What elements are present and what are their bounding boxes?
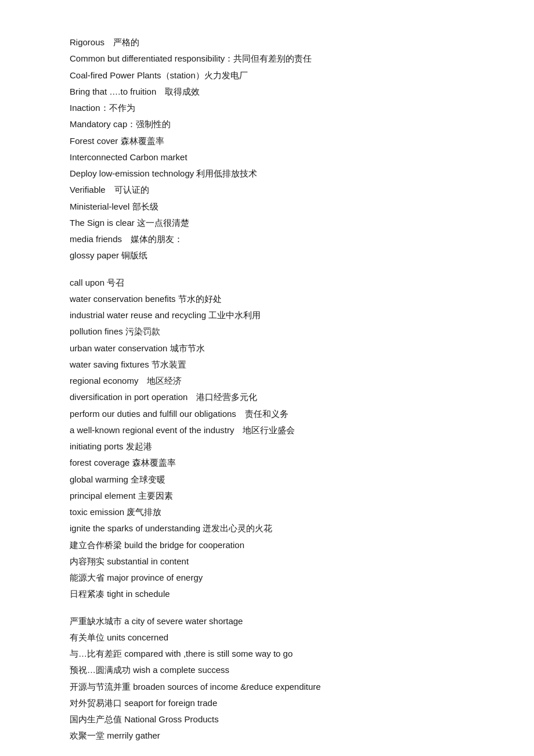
line-19: urban water conservation 城市节水 — [70, 341, 464, 356]
line-6: Mandatory cap：强制性的 — [70, 117, 464, 132]
line-13: media friends 媒体的朋友： — [70, 232, 464, 247]
spacer-2 — [70, 603, 464, 614]
main-content: Rigorous 严格的Common but differentiated re… — [70, 35, 464, 744]
line-12: The Sign is clear 这一点很清楚 — [70, 215, 464, 231]
line-5: Inaction：不作为 — [70, 100, 464, 116]
line-10: Verifiable 可认证的 — [70, 182, 464, 197]
line-36: 有关单位 units concerned — [70, 630, 464, 645]
line-33: 能源大省 major province of energy — [70, 570, 464, 585]
line-4: Bring that ….to fruition 取得成效 — [70, 84, 464, 99]
line-39: 开源与节流并重 broaden sources of income &reduc… — [70, 679, 464, 694]
line-15: call upon 号召 — [70, 275, 464, 290]
line-40: 对外贸易港口 seaport for foreign trade — [70, 696, 464, 711]
line-30: ignite the sparks of understanding 迸发出心灵… — [70, 521, 464, 536]
line-34: 日程紧凑 tight in schedule — [70, 586, 464, 602]
line-28: principal element 主要因素 — [70, 488, 464, 503]
line-17: industrial water reuse and recycling 工业中… — [70, 308, 464, 323]
line-1: Rigorous 严格的 — [70, 35, 464, 50]
line-16: water conservation benefits 节水的好处 — [70, 291, 464, 307]
line-7: Forest cover 森林覆盖率 — [70, 134, 464, 149]
line-18: pollution fines 污染罚款 — [70, 324, 464, 339]
line-31: 建立合作桥梁 build the bridge for cooperation — [70, 538, 464, 553]
line-41: 国内生产总值 National Gross Products — [70, 712, 464, 727]
line-24: a well-known regional event of the indus… — [70, 423, 464, 438]
line-35: 严重缺水城市 a city of severe water shortage — [70, 614, 464, 629]
line-25: initiating ports 发起港 — [70, 439, 464, 454]
spacer-1 — [70, 265, 464, 275]
line-32: 内容翔实 substantial in content — [70, 554, 464, 569]
line-29: toxic emission 废气排放 — [70, 505, 464, 520]
line-20: water saving fixtures 节水装置 — [70, 357, 464, 372]
line-9: Deploy low-emission technology 利用低排放技术 — [70, 166, 464, 181]
line-21: regional economy 地区经济 — [70, 373, 464, 388]
line-23: perform our duties and fulfill our oblig… — [70, 406, 464, 422]
line-11: Ministerial-level 部长级 — [70, 199, 464, 214]
line-3: Coal-fired Power Plants（station）火力发电厂 — [70, 68, 464, 83]
line-22: diversification in port operation 港口经营多元… — [70, 390, 464, 405]
line-37: 与…比有差距 compared with ,there is still som… — [70, 646, 464, 661]
line-27: global warming 全球变暖 — [70, 472, 464, 487]
line-14: glossy paper 铜版纸 — [70, 248, 464, 263]
line-2: Common but differentiated responsibility… — [70, 51, 464, 66]
line-26: forest coverage 森林覆盖率 — [70, 455, 464, 470]
line-38: 预祝…圆满成功 wish a complete success — [70, 663, 464, 678]
line-8: Interconnected Carbon market — [70, 150, 464, 165]
line-42: 欢聚一堂 merrily gather — [70, 728, 464, 743]
